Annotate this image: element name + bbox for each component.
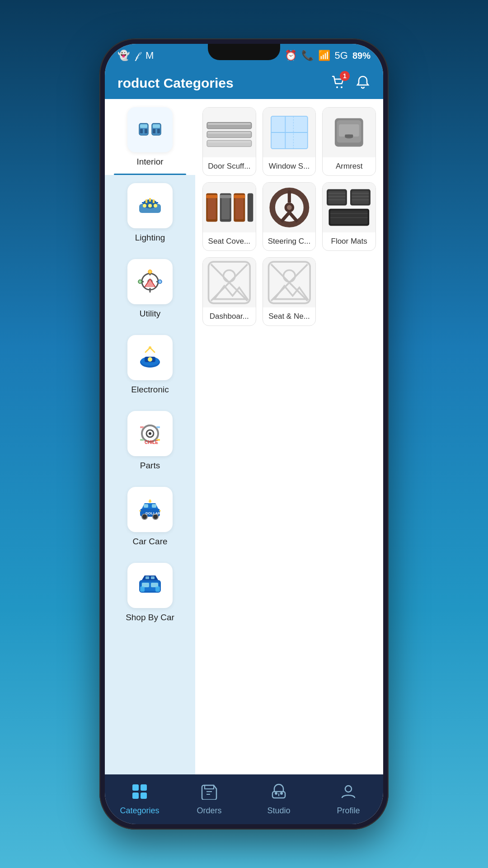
product-card-seat-neck[interactable]: Seat & Ne... <box>263 257 316 326</box>
window-s-image <box>263 108 316 157</box>
floor-mats-name: Floor Mats <box>328 232 371 250</box>
call-icon: 📞 <box>301 50 314 61</box>
nav-orders[interactable]: Orders <box>174 783 244 816</box>
svg-rect-96 <box>352 191 369 204</box>
dashboard-placeholder-svg <box>203 258 256 307</box>
profile-label: Profile <box>337 806 360 816</box>
sidebar-item-car-care[interactable]: DOLLAR Car Care <box>105 479 195 555</box>
product-card-seat-cover[interactable]: Seat Cove... <box>202 182 256 251</box>
svg-point-27 <box>148 270 152 274</box>
status-bar-left: 👻 𝒻 M <box>117 50 154 61</box>
interior-icon-box <box>127 107 173 152</box>
armrest-name: Armrest <box>332 157 366 175</box>
svg-rect-78 <box>221 195 230 219</box>
svg-rect-20 <box>153 199 155 203</box>
lighting-label: Lighting <box>135 233 165 243</box>
battery-level: 89% <box>352 51 371 61</box>
svg-rect-55 <box>145 576 149 579</box>
window-s-svg <box>263 108 316 157</box>
shop-by-car-icon-box <box>127 563 173 608</box>
svg-rect-82 <box>234 195 245 198</box>
svg-rect-56 <box>151 576 155 579</box>
product-card-door-scuff[interactable]: Door Scuff... <box>202 107 256 176</box>
dashboard-placeholder <box>203 258 256 307</box>
shop-by-car-icon <box>136 571 164 600</box>
lighting-icon <box>136 191 164 220</box>
shop-by-car-label: Shop By Car <box>126 613 174 623</box>
seat-neck-name: Seat & Ne... <box>265 307 314 326</box>
svg-rect-45 <box>152 504 156 508</box>
svg-rect-17 <box>155 202 158 203</box>
cart-button[interactable]: 1 <box>331 75 346 92</box>
electronic-label: Electronic <box>131 385 169 395</box>
phone-screen: 👻 𝒻 M ⏰ 📞 📶 5G 89% roduct Categories <box>105 44 383 824</box>
product-card-armrest[interactable]: Armrest <box>322 107 376 176</box>
svg-rect-3 <box>140 124 147 128</box>
svg-rect-113 <box>141 784 147 791</box>
svg-rect-112 <box>132 784 139 791</box>
car-care-label: Car Care <box>132 537 167 547</box>
nav-profile[interactable]: Profile <box>314 783 383 816</box>
utility-icon-box <box>127 259 173 304</box>
svg-point-29 <box>138 280 142 283</box>
svg-point-111 <box>283 270 295 282</box>
product-card-steering[interactable]: Steering C... <box>263 182 316 251</box>
svg-point-107 <box>223 270 235 282</box>
electronic-icon <box>136 343 164 372</box>
svg-rect-73 <box>345 134 353 137</box>
wifi-icon: 📶 <box>318 50 330 61</box>
svg-point-1 <box>341 86 343 88</box>
svg-rect-8 <box>153 129 155 133</box>
sidebar-item-utility[interactable]: Utility <box>105 251 195 327</box>
nav-studio[interactable]: Studio <box>244 783 314 816</box>
utility-icon <box>136 267 164 296</box>
product-card-dashboard[interactable]: Dashboar... <box>202 257 256 326</box>
studio-icon <box>271 783 287 803</box>
bell-button[interactable] <box>355 75 371 92</box>
svg-rect-40 <box>140 439 144 441</box>
svg-point-0 <box>336 86 338 88</box>
svg-text:CHILE: CHILE <box>145 440 158 445</box>
svg-rect-58 <box>155 586 160 592</box>
app-header: roduct Categories 1 <box>105 67 383 99</box>
parts-label: Parts <box>140 461 160 471</box>
seat-cover-svg <box>203 183 256 232</box>
svg-rect-76 <box>206 195 217 198</box>
seat-neck-placeholder-svg <box>263 258 316 307</box>
svg-rect-15 <box>142 202 145 203</box>
armrest-svg <box>323 108 375 157</box>
product-grid-area: Door Scuff... <box>195 99 383 774</box>
svg-point-120 <box>280 792 283 795</box>
facebook-icon: 𝒻 <box>136 50 139 61</box>
svg-rect-79 <box>220 195 231 198</box>
bottom-nav: Categories Orders <box>105 774 383 824</box>
seat-neck-image <box>263 258 316 307</box>
bell-icon <box>355 75 371 90</box>
svg-rect-115 <box>141 793 147 799</box>
svg-rect-39 <box>156 426 160 428</box>
time-icon: ⏰ <box>285 50 297 61</box>
electronic-icon-box <box>127 335 173 380</box>
svg-rect-7 <box>153 124 160 128</box>
svg-rect-44 <box>144 504 148 508</box>
product-card-window-s[interactable]: Window S... <box>263 107 316 176</box>
sidebar-item-lighting[interactable]: Lighting <box>105 175 195 251</box>
status-bar: 👻 𝒻 M ⏰ 📞 📶 5G 89% <box>105 44 383 67</box>
orders-icon <box>201 783 217 803</box>
floor-mats-svg <box>323 183 375 232</box>
dashboard-name: Dashboar... <box>206 307 253 326</box>
product-card-floor-mats[interactable]: Floor Mats <box>322 182 376 251</box>
nav-categories[interactable]: Categories <box>105 783 174 816</box>
svg-rect-19 <box>149 198 151 202</box>
sidebar-item-interior[interactable]: Interior <box>105 99 195 175</box>
parts-icon-box: CHILE <box>127 411 173 456</box>
studio-label: Studio <box>267 806 290 816</box>
sidebar-item-shop-by-car[interactable]: Shop By Car <box>105 555 195 631</box>
seat-cover-name: Seat Cove... <box>205 232 254 250</box>
notch <box>208 44 280 60</box>
seat-cover-image <box>203 183 256 232</box>
svg-point-122 <box>345 786 352 792</box>
steering-image <box>263 183 316 232</box>
sidebar-item-electronic[interactable]: Electronic <box>105 327 195 403</box>
sidebar-item-parts[interactable]: CHILE Parts <box>105 403 195 479</box>
